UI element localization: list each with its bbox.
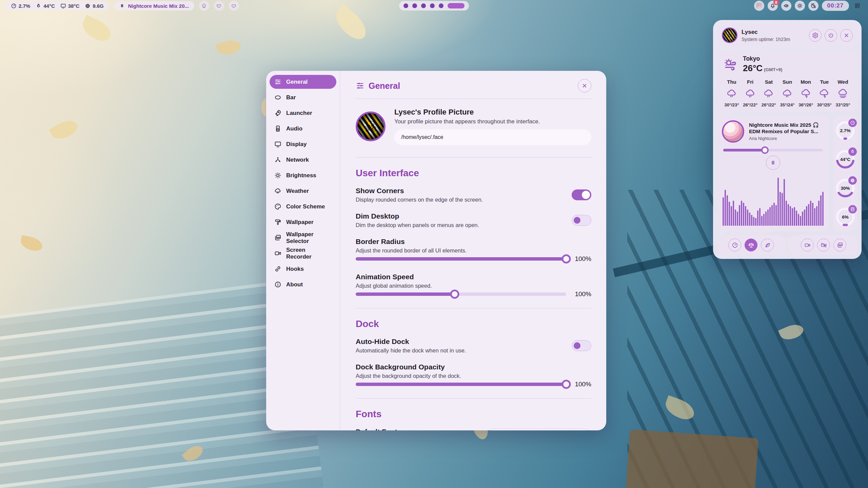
speedometer-icon xyxy=(11,3,17,9)
wallpaper-leaf xyxy=(49,116,80,143)
media-card: Nightcore Music Mix 2025 🎧 EDM Remixes o… xyxy=(717,116,829,231)
workspace-dot[interactable] xyxy=(412,3,417,8)
close-panel-button[interactable] xyxy=(840,29,853,42)
profile-title: Lysec's Profile Picture xyxy=(394,108,591,117)
heart-icon-button[interactable] xyxy=(214,1,224,11)
workspace-indicator[interactable] xyxy=(399,1,469,11)
slider-knob[interactable] xyxy=(450,290,459,299)
power-button[interactable] xyxy=(825,29,837,42)
sidebar-item-screen-recorder[interactable]: Screen Recorder xyxy=(270,246,336,260)
visualizer-bar xyxy=(757,210,758,226)
scales-icon xyxy=(748,242,754,248)
sidebar-item-general[interactable]: General xyxy=(270,75,336,89)
top-bar: 2.7%44°C38°C9.6G Nightcore Music Mix 20.… xyxy=(0,0,868,12)
media-progress-slider[interactable] xyxy=(723,149,823,151)
slider-knob[interactable] xyxy=(562,380,571,389)
visualizer-bar xyxy=(818,201,820,226)
disk-icon xyxy=(850,207,855,212)
profile-eco-button[interactable] xyxy=(761,239,774,251)
app-glyph xyxy=(756,3,762,9)
heart-icon-button[interactable] xyxy=(229,1,239,11)
setting-description: Automatically hide the dock when not in … xyxy=(356,347,466,354)
visualizer-bar xyxy=(727,195,728,226)
visualizer-bar xyxy=(771,205,773,226)
settings-button[interactable] xyxy=(809,29,822,42)
heart-icon xyxy=(231,3,237,9)
dashboard-toggle-button[interactable] xyxy=(852,1,863,11)
screenshot-button[interactable] xyxy=(817,239,830,251)
profile-balanced-button[interactable] xyxy=(745,239,757,251)
dim-desktop-toggle[interactable] xyxy=(572,215,591,226)
tray-app-icon[interactable] xyxy=(754,1,764,11)
cloud-rain-icon xyxy=(726,88,737,99)
visualizer-bar xyxy=(775,205,777,226)
gauge-chip: 30% xyxy=(835,177,855,198)
sidebar-item-wallpaper-selector[interactable]: Wallpaper Selector xyxy=(270,231,336,245)
pill-icon xyxy=(274,94,281,101)
track-artist: Aria Nightcore xyxy=(749,136,824,141)
sidebar-item-brightness[interactable]: Brightness xyxy=(270,168,336,182)
palette-icon xyxy=(274,203,281,210)
sidebar-item-hooks[interactable]: Hooks xyxy=(270,262,336,276)
animation-speed-slider[interactable] xyxy=(356,292,566,296)
profile-path-input[interactable] xyxy=(394,129,591,145)
clock[interactable]: 00:27 xyxy=(822,1,849,11)
sidebar-item-bar[interactable]: Bar xyxy=(270,90,336,104)
visualizer-bar xyxy=(788,204,789,226)
sidebar-item-display[interactable]: Display xyxy=(270,137,336,151)
utilities-group xyxy=(790,235,857,255)
section-title: Fonts xyxy=(356,409,591,420)
visualizer-bar xyxy=(773,203,775,226)
forecast-day-wed: Wed 33°/25° xyxy=(834,79,852,107)
pause-button[interactable] xyxy=(766,156,780,170)
setting-row-dim-desktop: Dim Desktop Dim the desktop when panels … xyxy=(356,212,591,228)
visualizer-bar xyxy=(741,201,742,226)
visualizer-bar xyxy=(729,202,730,226)
slider-knob[interactable] xyxy=(562,255,571,264)
media-pill[interactable]: Nightcore Music Mix 20... xyxy=(114,1,194,11)
workspace-dot[interactable] xyxy=(430,3,435,8)
heart-icon xyxy=(216,3,222,9)
brightness-button[interactable] xyxy=(795,1,805,11)
slider-value: 100% xyxy=(572,290,591,298)
screen-record-button[interactable] xyxy=(801,239,814,251)
night-light-button[interactable] xyxy=(808,1,818,11)
border-radius-slider[interactable] xyxy=(356,257,566,261)
sidebar-item-wallpaper[interactable]: Wallpaper xyxy=(270,215,336,229)
sidebar-item-about[interactable]: About xyxy=(270,278,336,291)
pause-icon xyxy=(770,159,776,166)
sidebar-item-audio[interactable]: Audio xyxy=(270,122,336,136)
sun-wind-icon xyxy=(723,57,738,72)
visualizer-bar xyxy=(820,195,822,226)
show-corners-toggle[interactable] xyxy=(572,189,591,200)
slider-knob[interactable] xyxy=(761,146,769,154)
default-font-dropdown[interactable]: Roboto xyxy=(486,429,591,431)
weather-forecast: Thu 30°/23° Fri 26°/22° Sat 26°/22° Sun … xyxy=(723,79,852,107)
audio-visualizer xyxy=(722,171,824,226)
slider-value: 100% xyxy=(572,381,591,388)
workspace-active-pill[interactable] xyxy=(448,3,465,8)
sliders-icon xyxy=(274,78,281,85)
workspace-dot[interactable] xyxy=(403,3,408,8)
visualizer-bar xyxy=(777,178,779,226)
setting-label: Show Corners xyxy=(356,187,483,195)
profile-powersave-button[interactable] xyxy=(728,239,741,251)
stat-flame-icon: 44°C xyxy=(36,3,55,9)
skull-icon-button[interactable] xyxy=(199,1,209,11)
notifications-button[interactable]: 8 xyxy=(768,1,778,11)
sidebar-item-weather[interactable]: Weather xyxy=(270,184,336,198)
close-button[interactable] xyxy=(578,79,591,93)
visualizer-bar xyxy=(810,201,811,226)
workspace-dot[interactable] xyxy=(421,3,426,8)
sidebar-item-color-scheme[interactable]: Color Scheme xyxy=(270,200,336,214)
workspace-dot[interactable] xyxy=(439,3,443,8)
gauge-flame: 44°C xyxy=(835,148,855,169)
visualizer-bar xyxy=(731,206,732,226)
dock-background-opacity-slider[interactable] xyxy=(356,383,566,386)
wallpaper-button[interactable] xyxy=(833,239,846,251)
auto-hide-dock-toggle[interactable] xyxy=(572,340,591,351)
volume-button[interactable] xyxy=(781,1,791,11)
chip-icon xyxy=(850,178,855,183)
sidebar-item-launcher[interactable]: Launcher xyxy=(270,106,336,120)
sidebar-item-network[interactable]: Network xyxy=(270,153,336,167)
